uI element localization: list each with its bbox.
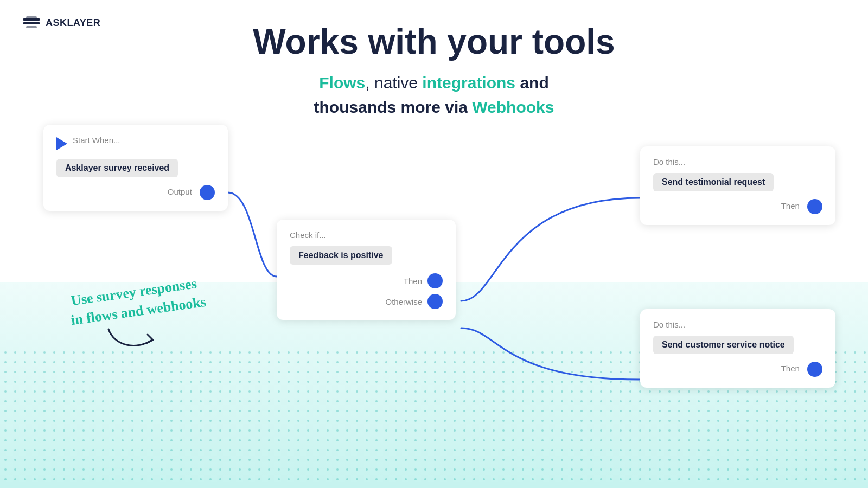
logo: ASKLAYER (22, 13, 100, 33)
subtitle-comma: , native (365, 74, 422, 92)
subtitle-integrations: integrations (422, 74, 515, 92)
start-box-header: Start When... (56, 136, 215, 151)
main-title: Works with your tools (0, 22, 868, 62)
otherwise-label: Otherwise (385, 297, 422, 306)
do1-then-dot (807, 199, 822, 214)
do1-footer: Then (653, 199, 822, 214)
subtitle: Flows, native integrations and thousands… (0, 70, 868, 119)
subtitle-and: and (515, 74, 549, 92)
start-footer: Output (56, 185, 215, 200)
diagram-area: Start When... Asklayer survey received O… (22, 114, 846, 488)
do1-then-label: Then (781, 201, 800, 210)
output-label: Output (168, 187, 192, 196)
logo-text: ASKLAYER (46, 17, 100, 29)
svg-rect-3 (26, 26, 37, 28)
start-label: Start When... (73, 136, 120, 145)
start-tag: Asklayer survey received (56, 159, 178, 177)
do2-footer: Then (653, 362, 822, 377)
then-label: Then (404, 277, 422, 286)
do-box-2: Do this... Send customer service notice … (640, 309, 835, 388)
start-box: Start When... Asklayer survey received O… (43, 125, 228, 211)
check-tag: Feedback is positive (290, 246, 392, 265)
do1-label: Do this... (653, 157, 822, 166)
title-area: Works with your tools Flows, native inte… (0, 0, 868, 119)
otherwise-row: Otherwise (290, 294, 443, 309)
annotation-arrow (103, 324, 168, 356)
do1-tag: Send testimonial request (653, 173, 774, 191)
do2-then-dot (807, 362, 822, 377)
check-footer: Then Otherwise (290, 273, 443, 309)
output-dot (200, 185, 215, 200)
do2-then-label: Then (781, 364, 800, 373)
logo-icon (22, 13, 41, 33)
play-icon (56, 137, 67, 150)
check-label: Check if... (290, 230, 443, 240)
subtitle-flows: Flows (319, 74, 365, 92)
then-dot (427, 273, 443, 288)
do2-label: Do this... (653, 320, 822, 329)
then-row: Then (290, 273, 443, 288)
otherwise-dot (427, 294, 443, 309)
annotation: Use survey responses in flows and webhoo… (71, 282, 207, 358)
svg-rect-0 (23, 18, 40, 21)
do-box-1: Do this... Send testimonial request Then (640, 146, 835, 225)
svg-rect-1 (23, 22, 40, 24)
do2-tag: Send customer service notice (653, 336, 794, 354)
check-box: Check if... Feedback is positive Then Ot… (277, 220, 456, 320)
svg-rect-2 (26, 16, 37, 18)
